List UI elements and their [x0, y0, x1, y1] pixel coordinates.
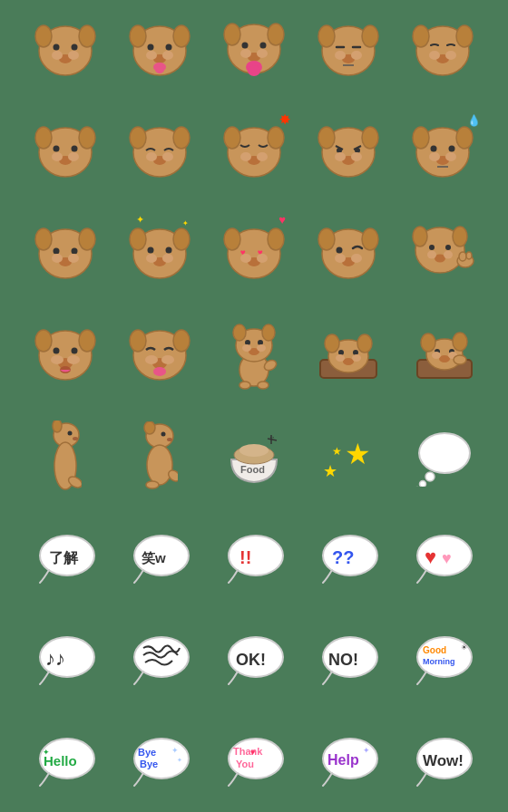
dog-tongue-2: [123, 14, 196, 87]
cell-r8c5[interactable]: Wow!: [397, 712, 488, 810]
cell-r7c4[interactable]: NO!: [303, 611, 394, 709]
cell-r8c4[interactable]: Help ✦: [303, 712, 394, 810]
svg-point-149: [239, 382, 250, 389]
svg-point-53: [173, 127, 190, 149]
svg-point-109: [337, 246, 343, 253]
svg-point-92: [173, 228, 190, 250]
svg-text:♥: ♥: [250, 748, 255, 757]
svg-point-34: [335, 51, 346, 60]
svg-text:You: You: [236, 759, 254, 769]
svg-point-123: [466, 252, 472, 259]
svg-text:★: ★: [345, 438, 371, 470]
svg-point-104: [240, 254, 251, 263]
bubble-thankyou-r8: Thank ♥ You: [218, 725, 290, 798]
stars-r5: ★ ★ ★: [312, 420, 385, 493]
svg-point-172: [53, 420, 62, 432]
cell-r6c1[interactable]: 了解: [20, 509, 111, 607]
svg-point-59: [268, 127, 284, 149]
svg-point-120: [444, 251, 453, 259]
cell-r2c3[interactable]: ✸: [209, 103, 299, 201]
svg-point-179: [147, 445, 172, 485]
cell-r4c1[interactable]: [20, 306, 111, 404]
cell-r5c4[interactable]: ★ ★ ★: [303, 408, 394, 506]
dog-side-sit-r5: [123, 420, 196, 493]
dog-sparkle-r3: ✦ ✦: [123, 218, 196, 290]
svg-point-105: [257, 254, 268, 263]
cell-r3c5[interactable]: [397, 205, 488, 303]
svg-text:!!: !!: [239, 547, 251, 567]
cell-r8c2[interactable]: Bye Bye ✦ ✦: [114, 712, 205, 810]
svg-point-128: [72, 347, 78, 353]
cell-r1c2[interactable]: [114, 2, 205, 100]
cell-r6c5[interactable]: ♥ ♥: [397, 509, 488, 607]
svg-point-25: [257, 49, 268, 58]
svg-point-83: [35, 228, 52, 250]
svg-point-181: [146, 481, 159, 488]
svg-point-138: [161, 355, 174, 364]
svg-point-7: [68, 51, 79, 60]
cell-r4c2[interactable]: [114, 306, 205, 404]
cell-r7c1[interactable]: ♪♪: [20, 611, 111, 709]
cell-r1c4[interactable]: [303, 2, 394, 100]
cell-r8c3[interactable]: Thank ♥ You: [209, 712, 299, 810]
cell-r2c2[interactable]: [114, 103, 205, 201]
svg-point-96: [146, 254, 157, 263]
svg-text:Bye: Bye: [138, 747, 156, 758]
cell-r1c3[interactable]: [209, 2, 299, 100]
svg-point-196: [420, 480, 426, 487]
cell-r4c4[interactable]: [303, 306, 394, 404]
cell-r7c5[interactable]: Good ☀ Morning: [397, 611, 488, 709]
svg-text:··: ··: [269, 432, 275, 442]
cell-r5c3[interactable]: Food ··: [209, 408, 299, 506]
svg-point-86: [72, 247, 78, 254]
cell-r6c4[interactable]: ??: [303, 509, 394, 607]
svg-point-41: [429, 51, 440, 60]
svg-point-45: [79, 127, 95, 149]
svg-point-80: [445, 152, 456, 161]
dog-happy-open-r4: [29, 319, 102, 392]
svg-point-85: [54, 247, 60, 254]
cell-r7c2[interactable]: [114, 611, 205, 709]
cell-r2c4[interactable]: [303, 103, 394, 201]
cell-r2c1[interactable]: [20, 103, 111, 201]
svg-text:Hello: Hello: [44, 753, 77, 768]
bubble-bye-r8: Bye Bye ✦ ✦: [123, 725, 196, 798]
cell-r4c5[interactable]: [397, 306, 488, 404]
svg-text:Good: Good: [423, 645, 446, 655]
cell-r2c5[interactable]: 💧: [397, 103, 488, 201]
cell-r4c3[interactable]: [209, 306, 299, 404]
svg-point-38: [413, 25, 429, 47]
cell-r3c2[interactable]: ✦ ✦: [114, 205, 205, 303]
svg-text:☀: ☀: [461, 643, 467, 652]
cell-r5c2[interactable]: [114, 408, 205, 506]
cell-r6c2[interactable]: 笑w: [114, 509, 205, 607]
svg-point-164: [453, 333, 467, 351]
svg-point-15: [162, 51, 173, 60]
dog-straight-4: [312, 14, 385, 87]
cell-r7c3[interactable]: OK!: [209, 611, 299, 709]
dog-angry-star-r2: ✸: [218, 116, 290, 188]
svg-point-20: [268, 24, 284, 45]
cell-r8c1[interactable]: ✦ Hello: [20, 712, 111, 810]
svg-point-182: [161, 432, 166, 437]
svg-point-143: [262, 324, 275, 341]
cell-r6c3[interactable]: !!: [209, 509, 299, 607]
svg-point-202: [229, 536, 283, 575]
svg-point-35: [351, 51, 362, 60]
cell-r5c5[interactable]: [397, 408, 488, 506]
svg-point-14: [146, 51, 157, 60]
svg-point-49: [52, 152, 63, 161]
cell-r1c1[interactable]: [20, 2, 111, 100]
svg-point-142: [233, 324, 246, 341]
cell-r3c4[interactable]: [303, 205, 394, 303]
cell-r3c3[interactable]: ♥ ♥ ♥: [209, 205, 299, 303]
cell-r1c5[interactable]: [397, 2, 488, 100]
svg-point-183: [167, 438, 172, 441]
cell-r3c1[interactable]: [20, 205, 111, 303]
svg-point-6: [52, 51, 63, 60]
svg-point-39: [456, 25, 473, 47]
svg-point-79: [429, 152, 440, 161]
svg-point-125: [35, 330, 52, 352]
cell-r5c1[interactable]: [20, 408, 111, 506]
svg-point-44: [35, 127, 52, 149]
